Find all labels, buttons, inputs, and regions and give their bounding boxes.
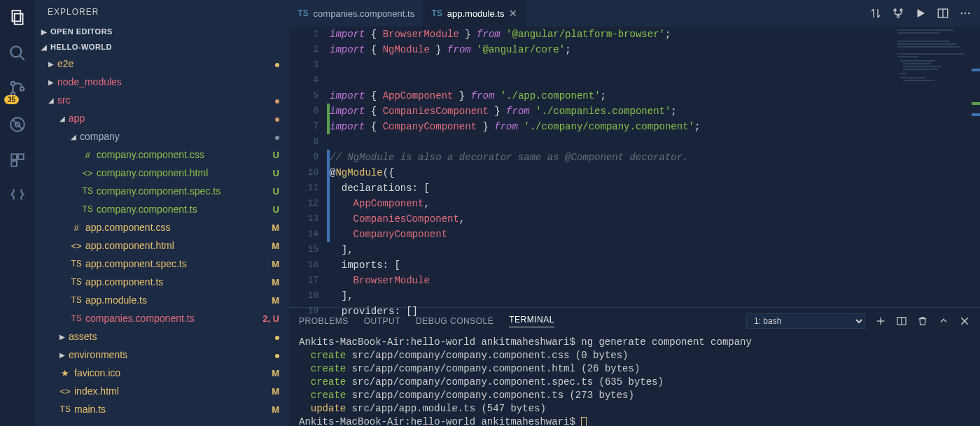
svg-point-6: [20, 87, 24, 90]
svg-rect-22: [897, 32, 939, 34]
folder-node-modules[interactable]: ▶node_modules: [35, 73, 289, 91]
editor-area: TScompanies.component.ts TSapp.module.ts…: [289, 0, 980, 426]
svg-rect-31: [903, 69, 938, 70]
diff-branch-icon[interactable]: [892, 7, 904, 20]
ts-icon: TS: [431, 8, 442, 19]
svg-point-20: [968, 13, 969, 14]
file-company-ts[interactable]: TScompany.component.tsU: [35, 200, 289, 218]
file-company-html[interactable]: <>company.component.htmlU: [35, 164, 289, 182]
file-tree: ▶e2e ▶node_modules ◢src ◢app ◢company #c…: [35, 55, 289, 426]
svg-rect-10: [11, 154, 17, 159]
svg-rect-32: [900, 73, 907, 74]
svg-point-15: [897, 15, 899, 17]
svg-point-13: [894, 9, 896, 11]
ts-icon: TS: [298, 8, 309, 19]
source-control-icon[interactable]: 35: [8, 80, 27, 100]
svg-rect-23: [897, 41, 950, 42]
folder-src[interactable]: ◢src: [35, 91, 289, 109]
search-icon[interactable]: [8, 44, 27, 64]
file-app-html[interactable]: <>app.component.htmlM: [35, 236, 289, 255]
svg-rect-25: [897, 46, 960, 48]
svg-point-2: [10, 46, 21, 57]
svg-rect-24: [897, 43, 957, 45]
svg-point-19: [965, 13, 966, 14]
scm-badge: 35: [4, 95, 19, 104]
svg-rect-26: [897, 53, 964, 55]
maximize-icon[interactable]: [938, 315, 949, 327]
svg-rect-11: [18, 154, 24, 159]
minimap[interactable]: [895, 27, 972, 307]
diff-icon[interactable]: [8, 187, 27, 207]
terminal-output[interactable]: Ankits-MacBook-Air:hello-world ankitmahe…: [289, 333, 980, 426]
file-companies-ts[interactable]: TScompanies.component.ts2, U: [35, 309, 289, 327]
svg-rect-33: [900, 77, 925, 78]
more-icon[interactable]: [959, 7, 972, 20]
svg-rect-21: [897, 29, 953, 31]
svg-point-18: [961, 13, 962, 14]
bottom-panel: PROBLEMS OUTPUT DEBUG CONSOLE TERMINAL 1…: [289, 307, 980, 426]
svg-rect-28: [900, 60, 935, 62]
file-app-spec[interactable]: TSapp.component.spec.tsM: [35, 255, 289, 273]
activity-bar: 35: [0, 0, 35, 426]
file-index[interactable]: <>index.htmlM: [35, 382, 289, 400]
svg-rect-34: [903, 80, 934, 81]
svg-rect-27: [897, 56, 918, 57]
overview-ruler[interactable]: [972, 27, 980, 307]
svg-line-8: [12, 119, 22, 129]
close-icon[interactable]: ✕: [509, 8, 517, 19]
sidebar-title: EXPLORER: [35, 0, 289, 24]
compare-icon[interactable]: [869, 7, 882, 20]
sidebar: EXPLORER ▶OPEN EDITORS ◢HELLO-WORLD ▶e2e…: [35, 0, 289, 426]
svg-line-3: [20, 55, 24, 60]
editor[interactable]: 12345678910111213141516171819 import { B…: [289, 27, 980, 307]
svg-rect-30: [903, 66, 941, 67]
close-panel-icon[interactable]: [959, 315, 970, 327]
folder-environments[interactable]: ▶environments: [35, 346, 289, 364]
folder-assets[interactable]: ▶assets: [35, 327, 289, 346]
folder-e2e[interactable]: ▶e2e: [35, 55, 289, 73]
tab-companies[interactable]: TScompanies.component.ts: [289, 0, 423, 27]
file-app-ts[interactable]: TSapp.component.tsM: [35, 273, 289, 291]
svg-rect-29: [903, 63, 931, 64]
split-icon[interactable]: [937, 7, 949, 20]
extensions-icon[interactable]: [8, 151, 27, 171]
debug-icon[interactable]: [8, 115, 27, 136]
explorer-icon[interactable]: [8, 8, 27, 29]
split-terminal-icon[interactable]: [896, 315, 907, 327]
svg-rect-1: [15, 14, 23, 24]
file-app-css[interactable]: #app.component.cssM: [35, 218, 289, 236]
trash-icon[interactable]: [917, 315, 928, 327]
project-header[interactable]: ◢HELLO-WORLD: [35, 39, 289, 55]
file-favicon[interactable]: ★favicon.icoM: [35, 364, 289, 382]
file-company-css[interactable]: #company.component.cssU: [35, 145, 289, 164]
code-area[interactable]: import { BrowserModule } from '@angular/…: [330, 27, 895, 307]
tab-bar: TScompanies.component.ts TSapp.module.ts…: [289, 0, 980, 27]
svg-point-4: [11, 82, 15, 85]
folder-company[interactable]: ◢company: [35, 127, 289, 145]
file-main[interactable]: TSmain.tsM: [35, 400, 289, 418]
gutter: 12345678910111213141516171819: [289, 27, 327, 307]
folder-app[interactable]: ◢app: [35, 109, 289, 127]
cursor-icon: [581, 417, 587, 426]
editor-actions: [861, 0, 980, 27]
open-editors-header[interactable]: ▶OPEN EDITORS: [35, 24, 289, 39]
run-icon[interactable]: [914, 7, 927, 20]
tab-appmodule[interactable]: TSapp.module.ts✕: [423, 0, 526, 27]
svg-rect-12: [11, 161, 17, 166]
file-app-module[interactable]: TSapp.module.tsM: [35, 291, 289, 309]
svg-point-14: [900, 9, 902, 11]
svg-rect-0: [12, 10, 20, 21]
file-company-spec[interactable]: TScompany.component.spec.tsU: [35, 182, 289, 200]
